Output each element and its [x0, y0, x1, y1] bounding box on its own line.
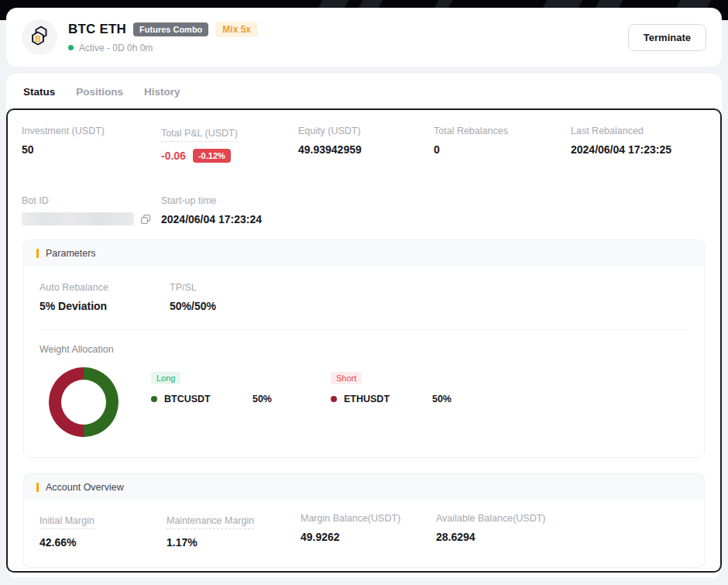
short-chip: Short	[331, 372, 362, 384]
maintenance-margin-label[interactable]: Maintenance Margin	[167, 515, 254, 529]
stat-initial-margin: Initial Margin 42.66%	[39, 513, 167, 549]
tp-sl-value: 50%/50%	[170, 300, 689, 312]
stat-bot-id: Bot ID	[22, 195, 161, 225]
param-tp-sl: TP/SL 50%/50%	[170, 282, 689, 312]
legend-long-column: Long BTCUSDT 50%	[151, 370, 283, 404]
startup-time-value: 2024/06/04 17:23:24	[161, 213, 298, 225]
copy-icon[interactable]	[140, 214, 151, 225]
total-rebalances-label: Total Rebalances	[434, 126, 571, 136]
parameters-header: Parameters	[24, 240, 704, 267]
tab-status[interactable]: Status	[23, 86, 55, 98]
margin-balance-label: Margin Balance(USDT)	[300, 513, 436, 524]
stat-margin-balance: Margin Balance(USDT) 49.9262	[300, 513, 436, 549]
last-rebalanced-value: 2024/06/04 17:23:25	[571, 143, 705, 156]
last-rebalanced-label: Last Rebalanced	[571, 126, 705, 136]
auto-rebalance-label: Auto Rebalance	[39, 282, 170, 293]
weight-allocation-donut-chart	[49, 367, 118, 437]
tab-history[interactable]: History	[144, 86, 180, 98]
initial-margin-label[interactable]: Initial Margin	[39, 515, 94, 529]
stat-startup-time: Start-up time 2024/06/04 17:23:24	[161, 195, 298, 225]
maintenance-margin-value: 1.17%	[167, 536, 300, 549]
account-overview-card: Account Overview Initial Margin 42.66% M…	[23, 473, 705, 568]
initial-margin-value: 42.66%	[39, 536, 167, 549]
btcusdt-symbol: BTCUSDT	[164, 394, 211, 404]
weight-allocation-title: Weight Allocation	[39, 344, 689, 355]
investment-label: Investment (USDT)	[22, 126, 161, 136]
available-balance-label: Available Balance(USDT)	[436, 513, 689, 524]
futures-combo-bot-icon: B	[27, 23, 52, 51]
equity-label: Equity (USDT)	[298, 126, 434, 136]
bot-type-badge: Futures Combo	[133, 22, 208, 36]
total-pnl-label[interactable]: Total P&L (USDT)	[161, 128, 238, 142]
account-overview-header: Account Overview	[24, 474, 704, 501]
stat-total-rebalances: Total Rebalances 0	[434, 126, 571, 163]
leverage-badge: Mix 5x	[215, 22, 258, 37]
stat-investment: Investment (USDT) 50	[22, 126, 161, 163]
account-overview-title: Account Overview	[46, 482, 124, 493]
legend-short-column: Short ETHUSDT 50%	[331, 370, 462, 404]
legend-item-btcusdt: BTCUSDT 50%	[151, 394, 283, 404]
btcusdt-dot-icon	[151, 396, 157, 402]
parameters-card: Parameters Auto Rebalance 5% Deviation T…	[23, 239, 705, 458]
terminate-button[interactable]: Terminate	[628, 24, 706, 51]
total-pnl-value: -0.06	[161, 150, 186, 162]
weight-allocation-legend: Long BTCUSDT 50% Short ETHUSDT	[151, 370, 462, 404]
section-accent-bar	[36, 249, 39, 258]
status-text: Active - 0D 0h 0m	[79, 43, 153, 53]
total-pnl-percent-badge: -0.12%	[193, 149, 231, 163]
stat-total-pnl: Total P&L (USDT) -0.06 -0.12%	[161, 126, 298, 163]
parameters-fields: Auto Rebalance 5% Deviation TP/SL 50%/50…	[39, 267, 689, 330]
tp-sl-label: TP/SL	[170, 282, 689, 293]
section-accent-bar	[36, 483, 39, 492]
account-overview-fields: Initial Margin 42.66% Maintenance Margin…	[24, 501, 704, 567]
active-status-dot	[68, 45, 74, 50]
long-chip: Long	[151, 372, 180, 384]
bot-title: BTC ETH	[68, 22, 126, 37]
tab-positions[interactable]: Positions	[76, 86, 123, 98]
weight-allocation-section: Weight Allocation Long BTCUSDT 50%	[24, 330, 704, 457]
legend-item-ethusdt: ETHUSDT 50%	[331, 394, 462, 404]
bot-header-card: B BTC ETH Futures Combo Mix 5x Active - …	[6, 8, 722, 67]
stat-maintenance-margin: Maintenance Margin 1.17%	[167, 513, 300, 549]
btcusdt-weight: 50%	[252, 394, 272, 404]
ethusdt-symbol: ETHUSDT	[344, 394, 390, 404]
status-panel: Investment (USDT) 50 Total P&L (USDT) -0…	[6, 108, 722, 573]
startup-time-label: Start-up time	[161, 195, 298, 206]
stat-available-balance: Available Balance(USDT) 28.6294	[436, 513, 689, 549]
bot-id-redacted-value	[22, 212, 134, 225]
equity-value: 49.93942959	[298, 143, 434, 156]
stat-last-rebalanced: Last Rebalanced 2024/06/04 17:23:25	[571, 126, 705, 163]
bot-details-card: Status Positions History Investment (USD…	[6, 74, 722, 577]
stats-row-2: Bot ID Start-up time 2024/06/04 17:23:24	[8, 180, 720, 225]
bot-id-label: Bot ID	[22, 195, 161, 206]
investment-value: 50	[22, 143, 161, 156]
total-rebalances-value: 0	[434, 143, 571, 156]
svg-text:B: B	[35, 34, 41, 43]
ethusdt-weight: 50%	[432, 394, 452, 404]
ethusdt-dot-icon	[331, 396, 337, 402]
bot-avatar: B	[22, 19, 57, 55]
stat-equity: Equity (USDT) 49.93942959	[298, 126, 434, 163]
tabbar: Status Positions History	[6, 74, 722, 108]
margin-balance-value: 49.9262	[300, 531, 436, 543]
param-auto-rebalance: Auto Rebalance 5% Deviation	[39, 282, 170, 312]
available-balance-value: 28.6294	[436, 531, 689, 543]
parameters-title: Parameters	[46, 248, 96, 259]
auto-rebalance-value: 5% Deviation	[39, 300, 170, 312]
stats-row-1: Investment (USDT) 50 Total P&L (USDT) -0…	[8, 110, 720, 163]
